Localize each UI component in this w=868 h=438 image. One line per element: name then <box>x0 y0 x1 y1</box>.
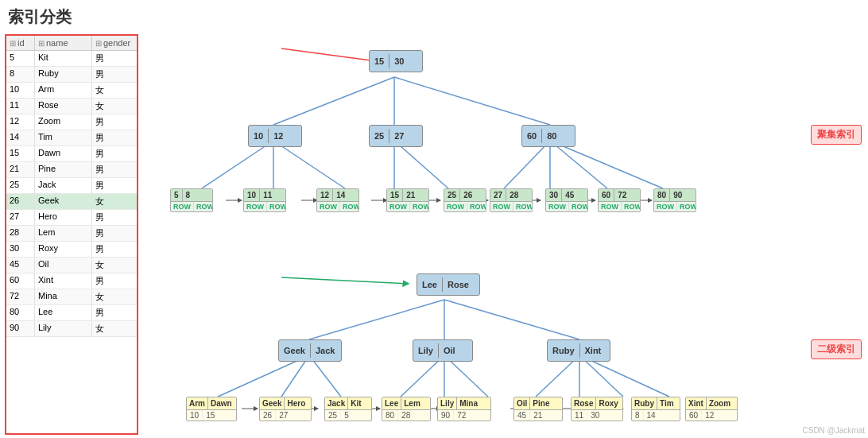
clustered-leaf-2: 10 11 ROW ROW <box>243 188 286 212</box>
cell-id: 26 <box>6 194 35 209</box>
cell-gender: 男 <box>92 210 137 225</box>
l1-left-cell-2: 12 <box>269 129 288 143</box>
table-row: 27Hero男 <box>6 210 137 226</box>
root-cell-2: 30 <box>389 54 409 68</box>
cell-name: Kit <box>35 51 92 66</box>
cell-name: Roxy <box>35 242 92 257</box>
clustered-leaf-3: 12 14 ROW ROW <box>316 188 359 212</box>
svg-line-3 <box>202 141 273 188</box>
sec-l1-center-2: Oil <box>439 343 460 358</box>
watermark: CSDN @Jackmat <box>803 426 866 435</box>
page-title: 索引分类 <box>0 0 868 31</box>
clustered-leaf-4: 15 21 ROW ROW <box>386 188 429 212</box>
cell-name: Pine <box>35 162 92 177</box>
sec-l1-center-1: Lily <box>413 343 439 358</box>
clustered-leaf-9: 80 90 ROW ROW <box>653 188 696 212</box>
sec-root-cell-2: Rose <box>443 277 474 292</box>
table-header: ⊞id ⊞name ⊞gender <box>6 36 137 51</box>
sec-leaf-5: Lily Mina 90 72 <box>437 397 491 421</box>
cell-id: 90 <box>6 321 35 336</box>
clustered-leaf-5: 25 26 ROW ROW <box>444 188 486 212</box>
svg-line-5 <box>273 141 345 188</box>
root-cell-1: 15 <box>370 54 389 68</box>
clustered-label: 聚集索引 <box>811 125 862 145</box>
sec-leaf-1: Arm Dawn 10 15 <box>186 397 237 421</box>
cell-id: 15 <box>6 146 35 161</box>
table-row: 15Dawn男 <box>6 146 137 162</box>
table-body: 5Kit男8Ruby男10Arm女11Rose女12Zoom男14Tim男15D… <box>6 51 137 337</box>
clustered-l1-right: 60 80 <box>521 125 575 147</box>
cell-gender: 女 <box>92 83 137 98</box>
cell-gender: 女 <box>92 99 137 114</box>
col-id-header: ⊞id <box>6 36 35 50</box>
table-row: 12Zoom男 <box>6 114 137 130</box>
cell-name: Tim <box>35 130 92 145</box>
svg-line-11 <box>550 141 663 188</box>
table-row: 10Arm女 <box>6 83 137 99</box>
cell-name: Mina <box>35 289 92 304</box>
table-row: 80Lee男 <box>6 305 137 321</box>
svg-line-27 <box>444 300 579 339</box>
table-row: 45Oil女 <box>6 258 137 273</box>
cell-gender: 男 <box>92 51 137 66</box>
cell-gender: 男 <box>92 67 137 82</box>
tree-lines-svg <box>146 31 868 438</box>
cell-id: 27 <box>6 210 35 225</box>
l1-left-cell-1: 10 <box>249 129 269 143</box>
secondary-l1-left: Geek Jack <box>278 339 342 362</box>
col-name-header: ⊞name <box>35 36 92 50</box>
secondary-root-node: Lee Rose <box>417 273 480 296</box>
data-table: ⊞id ⊞name ⊞gender 5Kit男8Ruby男10Arm女11Ros… <box>5 34 138 435</box>
clustered-l1-left: 10 12 <box>248 125 302 147</box>
cell-name: Lem <box>35 226 92 241</box>
cell-name: Lily <box>35 321 92 336</box>
sec-leaf-4: Lee Lem 80 28 <box>382 397 431 421</box>
table-row: 25Jack男 <box>6 178 137 194</box>
cell-id: 11 <box>6 99 35 114</box>
cell-id: 60 <box>6 273 35 289</box>
cell-id: 8 <box>6 67 35 82</box>
cell-id: 21 <box>6 162 35 177</box>
sec-leaf-8: Ruby Tim 8 14 <box>631 397 680 421</box>
cell-name: Ruby <box>35 67 92 82</box>
cell-name: Xint <box>35 273 92 289</box>
table-row: 28Lem男 <box>6 226 137 242</box>
cell-id: 28 <box>6 226 35 241</box>
cell-gender: 女 <box>92 289 137 304</box>
table-row: 5Kit男 <box>6 51 137 67</box>
tree-area: 15 30 10 12 25 27 60 80 5 8 <box>146 31 868 438</box>
cell-id: 45 <box>6 258 35 273</box>
cell-id: 80 <box>6 305 35 320</box>
cell-id: 10 <box>6 83 35 98</box>
cell-name: Rose <box>35 99 92 114</box>
cell-name: Dawn <box>35 146 92 161</box>
table-row: 90Lily女 <box>6 321 137 337</box>
page-wrapper: 索引分类 ⊞id ⊞name ⊞gender 5Kit男8Ruby男10Arm女… <box>0 0 868 438</box>
cell-gender: 男 <box>92 273 137 289</box>
cell-gender: 女 <box>92 258 137 273</box>
svg-line-23 <box>281 48 377 61</box>
cell-gender: 男 <box>92 130 137 145</box>
svg-line-24 <box>281 277 409 284</box>
cell-name: Hero <box>35 210 92 225</box>
clustered-leaf-6: 27 28 ROW ROW <box>490 188 533 212</box>
secondary-l1-right: Ruby Xint <box>547 339 610 362</box>
l1-center-cell-1: 25 <box>370 129 389 143</box>
id-icon: ⊞ <box>10 39 16 48</box>
name-icon: ⊞ <box>38 39 45 48</box>
cell-gender: 男 <box>92 146 137 161</box>
table-row: 26Geek女 <box>6 194 137 210</box>
cell-id: 72 <box>6 289 35 304</box>
cell-name: Oil <box>35 258 92 273</box>
svg-line-0 <box>273 77 394 125</box>
sec-leaf-9: Xint Zoom 60 12 <box>685 397 738 421</box>
sec-leaf-6: Oil Pine 45 21 <box>513 397 563 421</box>
main-area: ⊞id ⊞name ⊞gender 5Kit男8Ruby男10Arm女11Ros… <box>0 31 868 438</box>
table-row: 14Tim男 <box>6 130 137 146</box>
cell-gender: 男 <box>92 114 137 130</box>
l1-center-cell-2: 27 <box>389 129 409 143</box>
clustered-leaf-8: 60 72 ROW ROW <box>598 188 641 212</box>
cell-gender: 女 <box>92 321 137 336</box>
sec-leaf-2: Geek Hero 26 27 <box>259 397 312 421</box>
table-row: 8Ruby男 <box>6 67 137 83</box>
